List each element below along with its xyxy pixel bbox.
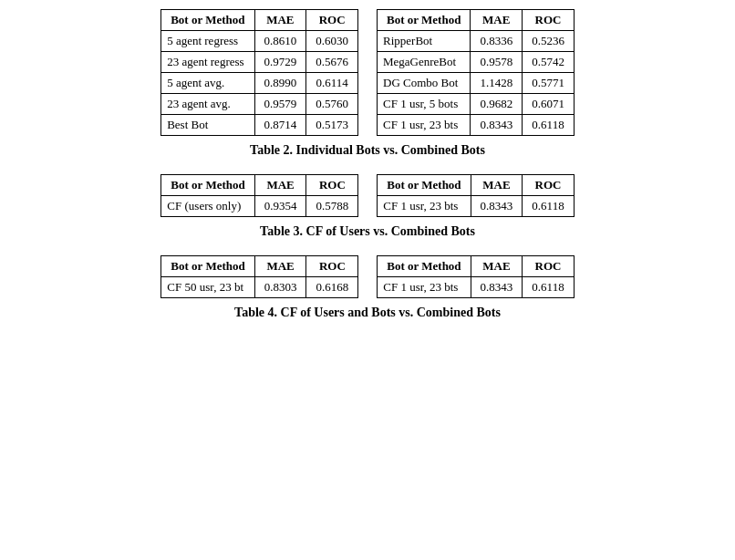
table-cell: 23 agent avg. <box>161 94 254 115</box>
table-cell: 0.6114 <box>306 73 358 94</box>
table-cell: 1.1428 <box>471 73 523 94</box>
t2l-col-method: Bot or Method <box>161 10 254 31</box>
table-cell: RipperBot <box>378 31 471 52</box>
table-row: CF (users only)0.93540.5788 <box>161 196 358 217</box>
t4r-col-method: Bot or Method <box>378 256 471 277</box>
table-cell: DG Combo Bot <box>378 73 471 94</box>
table2-left: Bot or Method MAE ROC 5 agent regress0.8… <box>160 9 358 136</box>
t4r-col-roc: ROC <box>523 256 574 277</box>
table-cell: 23 agent regress <box>161 52 254 73</box>
table-row: CF 1 usr, 23 bts0.83430.6118 <box>378 196 574 217</box>
table-cell: 0.5771 <box>523 73 575 94</box>
table-cell: 0.9354 <box>254 196 306 217</box>
table-cell: 0.8343 <box>471 115 523 136</box>
table-cell: 0.6071 <box>523 94 575 115</box>
table-cell: 0.6118 <box>523 115 575 136</box>
table3-caption: Table 3. CF of Users vs. Combined Bots <box>18 224 717 239</box>
table-row: Best Bot0.87140.5173 <box>161 115 358 136</box>
table-cell: 0.6168 <box>306 277 358 298</box>
table4-right: Bot or Method MAE ROC CF 1 usr, 23 bts0.… <box>377 255 574 298</box>
table-row: RipperBot0.83360.5236 <box>378 31 575 52</box>
table-cell: 0.5788 <box>306 196 358 217</box>
t4l-col-mae: MAE <box>254 256 306 277</box>
table-cell: 0.8336 <box>471 31 523 52</box>
table-cell: 0.9682 <box>471 94 523 115</box>
table-row: DG Combo Bot1.14280.5771 <box>378 73 575 94</box>
table-cell: 0.8610 <box>254 31 306 52</box>
t3l-col-roc: ROC <box>306 175 358 196</box>
t3l-col-method: Bot or Method <box>161 175 254 196</box>
table-cell: CF 50 usr, 23 bt <box>161 277 254 298</box>
table-row: CF 50 usr, 23 bt0.83030.6168 <box>161 277 358 298</box>
table-cell: 0.5236 <box>523 31 575 52</box>
t2l-col-roc: ROC <box>306 10 358 31</box>
t2r-col-method: Bot or Method <box>378 10 471 31</box>
table-cell: CF 1 usr, 5 bots <box>378 94 471 115</box>
t3r-col-roc: ROC <box>523 175 574 196</box>
table-cell: 5 agent regress <box>161 31 254 52</box>
table-cell: 5 agent avg. <box>161 73 254 94</box>
table-cell: 0.5760 <box>306 94 358 115</box>
table4-caption: Table 4. CF of Users and Bots vs. Combin… <box>18 306 717 320</box>
t2r-col-roc: ROC <box>523 10 575 31</box>
table-row: 5 agent avg.0.89900.6114 <box>161 73 358 94</box>
table-cell: 0.6118 <box>523 277 574 298</box>
table-cell: 0.9578 <box>471 52 523 73</box>
table-cell: 0.8303 <box>254 277 306 298</box>
table-row: CF 1 usr, 23 bts0.83430.6118 <box>378 277 574 298</box>
table-cell: 0.6030 <box>306 31 358 52</box>
table-row: 23 agent regress0.97290.5676 <box>161 52 358 73</box>
t4r-col-mae: MAE <box>471 256 523 277</box>
table-cell: Best Bot <box>161 115 254 136</box>
table-cell: 0.8990 <box>254 73 306 94</box>
t4l-col-roc: ROC <box>306 256 358 277</box>
table4-left: Bot or Method MAE ROC CF 50 usr, 23 bt0.… <box>160 255 358 298</box>
table4-row: Bot or Method MAE ROC CF 50 usr, 23 bt0.… <box>18 255 717 298</box>
t3r-col-mae: MAE <box>471 175 523 196</box>
table3-left: Bot or Method MAE ROC CF (users only)0.9… <box>160 174 358 217</box>
t2l-col-mae: MAE <box>254 10 306 31</box>
table-cell: CF 1 usr, 23 bts <box>378 277 471 298</box>
table-cell: 0.8714 <box>254 115 306 136</box>
table3-row: Bot or Method MAE ROC CF (users only)0.9… <box>18 174 717 217</box>
t4l-col-method: Bot or Method <box>161 256 254 277</box>
table-cell: 0.5173 <box>306 115 358 136</box>
t2r-col-mae: MAE <box>471 10 523 31</box>
table3-right: Bot or Method MAE ROC CF 1 usr, 23 bts0.… <box>377 174 574 217</box>
table2-right: Bot or Method MAE ROC RipperBot0.83360.5… <box>377 9 575 136</box>
table2-caption: Table 2. Individual Bots vs. Combined Bo… <box>18 143 717 158</box>
table-row: MegaGenreBot0.95780.5742 <box>378 52 575 73</box>
t3r-col-method: Bot or Method <box>378 175 471 196</box>
table-cell: 0.9729 <box>254 52 306 73</box>
table-row: CF 1 usr, 5 bots0.96820.6071 <box>378 94 575 115</box>
table4-section: Bot or Method MAE ROC CF 50 usr, 23 bt0.… <box>18 255 717 320</box>
table-cell: 0.5676 <box>306 52 358 73</box>
table-cell: 0.8343 <box>471 277 523 298</box>
table-row: 23 agent avg.0.95790.5760 <box>161 94 358 115</box>
table-cell: MegaGenreBot <box>378 52 471 73</box>
table-cell: CF 1 usr, 23 bts <box>378 115 471 136</box>
table-cell: CF 1 usr, 23 bts <box>378 196 471 217</box>
table-row: CF 1 usr, 23 bts0.83430.6118 <box>378 115 575 136</box>
table2-row: Bot or Method MAE ROC 5 agent regress0.8… <box>18 9 717 136</box>
t3l-col-mae: MAE <box>254 175 306 196</box>
table-row: 5 agent regress0.86100.6030 <box>161 31 358 52</box>
table-cell: 0.8343 <box>471 196 523 217</box>
table3-section: Bot or Method MAE ROC CF (users only)0.9… <box>18 174 717 239</box>
table2-section: Bot or Method MAE ROC 5 agent regress0.8… <box>18 9 717 158</box>
table-cell: 0.5742 <box>523 52 575 73</box>
table-cell: 0.6118 <box>523 196 574 217</box>
table-cell: 0.9579 <box>254 94 306 115</box>
table-cell: CF (users only) <box>161 196 254 217</box>
